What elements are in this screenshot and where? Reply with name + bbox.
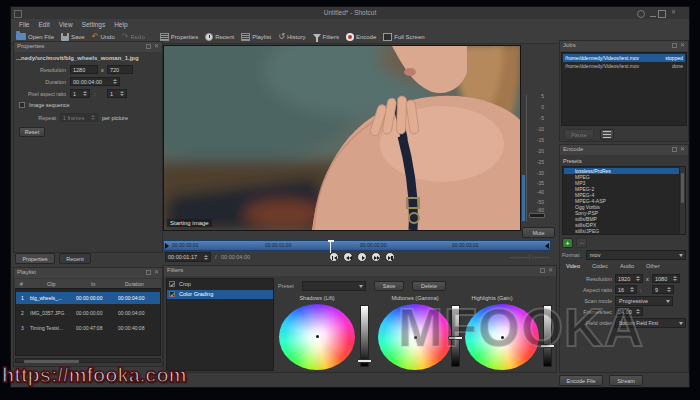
spinner-icon[interactable] [671, 276, 677, 281]
playlist-row[interactable]: 3 Timing Testsl... 00:00:47:08 00:00:40:… [16, 322, 160, 334]
tab-properties[interactable]: Properties [15, 253, 55, 264]
close-dock-icon[interactable]: ✕ [154, 268, 159, 275]
resolution-width-field[interactable]: 1280 [70, 65, 98, 74]
menu-edit[interactable]: Edit [38, 21, 49, 28]
minimize-button[interactable] [650, 13, 656, 17]
color-grading-checkbox[interactable] [169, 291, 175, 297]
job-row[interactable]: /home/ddennedy/Videos/test.mov done [563, 62, 685, 70]
playlist-row[interactable]: 2 IMG_0357.JPG 00:00:00:00 00:00:04:00 [16, 307, 160, 319]
menu-file[interactable]: File [19, 21, 29, 28]
enc-resolution-h-field[interactable]: 1080 [652, 274, 680, 283]
maximize-button[interactable] [658, 10, 666, 18]
playlist-hscrollbar[interactable] [15, 358, 161, 363]
tab-audio[interactable]: Audio [620, 263, 634, 269]
spinner-icon[interactable] [665, 287, 671, 292]
close-dock-icon[interactable]: ✕ [548, 266, 553, 273]
tab-video[interactable]: Video [566, 263, 580, 269]
fast-forward-button[interactable] [371, 252, 381, 262]
spinner-icon[interactable] [634, 276, 640, 281]
resolution-height-field[interactable]: 720 [107, 65, 133, 74]
col-num[interactable]: # [20, 281, 23, 287]
playhead[interactable] [330, 240, 331, 253]
spinner-icon[interactable] [202, 255, 208, 260]
recent-button[interactable]: Recent [205, 33, 234, 41]
player-timeline[interactable]: 00:00:00:00 00:00:01:00 00:00:02:00 00:0… [163, 240, 551, 251]
presets-vscrollbar[interactable] [679, 167, 685, 234]
col-in[interactable]: In [91, 281, 95, 287]
reset-button[interactable]: Reset [19, 127, 45, 137]
window-menu-icon[interactable] [637, 10, 645, 18]
close-dock-icon[interactable]: ✕ [680, 41, 685, 48]
tab-other[interactable]: Other [646, 263, 660, 269]
menu-view[interactable]: View [59, 21, 73, 28]
menu-help[interactable]: Help [114, 21, 127, 28]
volume-slider[interactable]: 5 0 -5 -10 -15 -20 -25 -30 -35 -40 -50 -… [521, 87, 557, 237]
col-clip[interactable]: Clip [47, 281, 56, 287]
tab-codec[interactable]: Codec [592, 263, 608, 269]
remove-preset-button[interactable]: − [576, 238, 587, 248]
menu-settings[interactable]: Settings [82, 21, 106, 28]
mute-button[interactable]: Mute [522, 227, 555, 238]
filters-button[interactable]: Filters [313, 34, 339, 40]
spinner-icon[interactable] [111, 79, 117, 84]
filter-save-button[interactable]: Save [374, 281, 404, 291]
filter-item-color-grading[interactable]: Color Grading [167, 290, 273, 299]
spinner-icon[interactable] [628, 287, 634, 292]
image-sequence-label: Image sequence [29, 102, 70, 108]
float-dock-icon[interactable] [540, 268, 545, 273]
spinner-icon[interactable] [118, 91, 124, 96]
tab-recent[interactable]: Recent [59, 253, 91, 264]
play-button[interactable] [357, 252, 367, 262]
volume-track[interactable] [526, 95, 527, 221]
add-preset-button[interactable]: + [562, 238, 573, 248]
par-den-field[interactable]: 1 [107, 89, 127, 98]
encode-button[interactable]: Encode [346, 33, 376, 41]
repeat-field[interactable]: 1 frames [60, 113, 98, 122]
undo-button[interactable]: ↶Undo [92, 33, 115, 41]
format-dropdown[interactable]: mov [586, 250, 686, 260]
crop-checkbox[interactable] [169, 281, 175, 287]
encode-file-button[interactable]: Encode File [559, 375, 603, 386]
playlist-row[interactable]: 1 blg_wheels_... 00:00:00:00 00:00:04:00 [16, 292, 160, 304]
image-sequence-checkbox[interactable] [19, 102, 25, 108]
save-button[interactable]: Save [61, 33, 85, 41]
float-dock-icon[interactable] [672, 147, 677, 152]
preset-item[interactable]: stills/JPEG [564, 228, 679, 234]
skip-to-end-button[interactable] [385, 252, 395, 262]
close-dock-icon[interactable]: ✕ [680, 145, 685, 152]
close-button[interactable]: ✕ [671, 8, 676, 15]
col-duration[interactable]: Duration [125, 281, 144, 287]
full-screen-button[interactable]: Full Screen [383, 33, 424, 41]
float-dock-icon[interactable] [146, 44, 151, 49]
filter-item-crop[interactable]: Crop [167, 280, 273, 289]
job-row[interactable]: /home/ddennedy/Videos/test.mov stopped [563, 54, 685, 62]
pause-button[interactable]: Pause [564, 129, 594, 140]
par-num-field[interactable]: 1 [70, 89, 90, 98]
aspect-w-field[interactable]: 16 [615, 285, 637, 294]
skip-to-start-button[interactable] [329, 252, 339, 262]
preset-dropdown[interactable] [302, 281, 366, 291]
aspect-h-field[interactable]: 9 [652, 285, 674, 294]
shadows-level-slider[interactable] [360, 305, 369, 367]
in-point-marker[interactable] [165, 243, 169, 249]
redo-button[interactable]: ↷Redo [122, 33, 145, 41]
properties-button[interactable]: Properties [160, 33, 198, 41]
history-button[interactable]: ↺History [278, 33, 305, 41]
enc-resolution-w-field[interactable]: 1920 [615, 274, 643, 283]
filter-delete-button[interactable]: Delete [412, 281, 446, 291]
playlist-header[interactable]: # Clip In Duration [15, 279, 161, 288]
duration-field[interactable]: 00:00:04:00 [70, 77, 120, 86]
volume-handle[interactable] [529, 213, 545, 218]
rewind-button[interactable] [343, 252, 353, 262]
open-file-button[interactable]: Open File [16, 33, 54, 40]
spinner-icon[interactable] [81, 91, 87, 96]
out-point-marker[interactable] [545, 243, 549, 249]
close-dock-icon[interactable]: ✕ [154, 42, 159, 49]
float-dock-icon[interactable] [146, 270, 151, 275]
shadows-slider-handle[interactable] [357, 359, 372, 363]
float-dock-icon[interactable] [672, 43, 677, 48]
position-field[interactable]: 00:00:01:17 [165, 252, 211, 262]
playlist-button[interactable]: Playlist [241, 33, 271, 41]
jobs-menu-button[interactable] [600, 129, 614, 140]
stream-button[interactable]: Stream [609, 375, 643, 386]
